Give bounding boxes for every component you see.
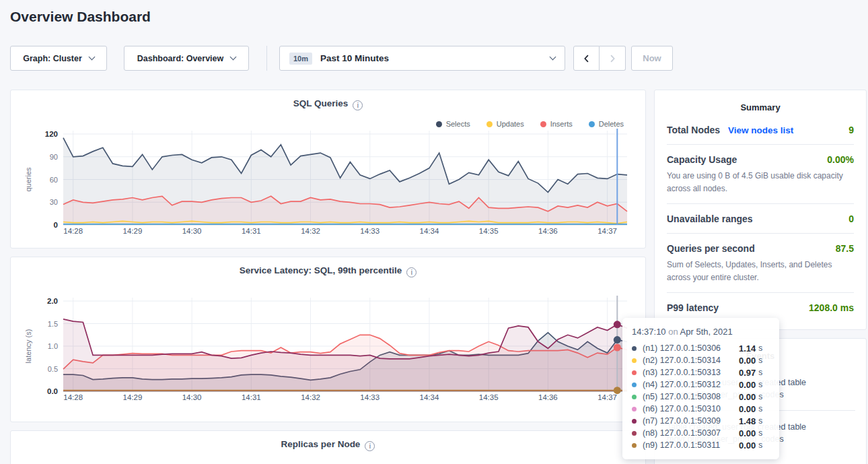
tooltip-node-value: 0.00 — [739, 404, 756, 414]
svg-text:0: 0 — [54, 221, 58, 229]
tooltip-node-label: (n7) 127.0.0.1:50309 — [643, 416, 739, 426]
chevron-down-icon — [88, 54, 95, 61]
summary-row-value: 0 — [848, 213, 854, 224]
graph-dropdown-label: Graph: Cluster — [23, 54, 82, 63]
time-step-buttons — [573, 46, 626, 71]
summary-row-subtext: Sum of Selects, Updates, Inserts, and De… — [667, 259, 854, 284]
summary-row-value: 9 — [848, 125, 854, 135]
service-latency-title: Service Latency: SQL, 99th percentile — [11, 265, 645, 277]
dashboard-dropdown[interactable]: Dashboard: Overview — [124, 46, 249, 71]
sql-queries-chart[interactable]: 14:2814:2914:3014:3114:3214:3314:3414:35… — [11, 125, 647, 241]
service-latency-chart[interactable]: 14:2814:2914:3014:3114:3214:3314:3414:35… — [11, 291, 647, 408]
tooltip-node-label: (n3) 127.0.0.1:50313 — [643, 368, 739, 377]
tooltip-node-value: 1.48 — [739, 416, 756, 426]
summary-row-label: Capacity Usage — [667, 154, 737, 165]
tooltip-row: (n5) 127.0.0.1:503080.00s — [632, 391, 770, 403]
svg-text:1.5: 1.5 — [48, 320, 58, 328]
node-color-dot — [632, 431, 637, 436]
tooltip-node-unit: s — [758, 416, 762, 426]
tooltip-row: (n9) 127.0.0.1:503110.00s — [632, 439, 770, 451]
tooltip-node-value: 0.00 — [739, 356, 756, 366]
tooltip-node-unit: s — [758, 368, 762, 377]
svg-text:14:32: 14:32 — [301, 227, 320, 235]
tooltip-node-label: (n2) 127.0.0.1:50314 — [643, 356, 739, 365]
replicas-per-node-panel: Replicas per Node — [10, 430, 646, 464]
svg-text:60: 60 — [50, 176, 58, 184]
tooltip-timestamp: 14:37:10 on Apr 5th, 2021 — [632, 327, 770, 337]
summary-row-value: 1208.0 ms — [809, 302, 854, 313]
view-nodes-list-link[interactable]: View nodes list — [728, 125, 793, 135]
time-next-button[interactable] — [600, 46, 626, 71]
svg-text:14:36: 14:36 — [538, 227, 558, 235]
chevron-right-icon — [606, 53, 618, 65]
summary-row-label: P99 latency — [667, 302, 719, 313]
tooltip-row: (n6) 127.0.0.1:503100.00s — [632, 403, 770, 415]
svg-text:14:36: 14:36 — [538, 393, 558, 401]
tooltip-node-unit: s — [758, 380, 762, 389]
svg-text:120: 120 — [45, 130, 58, 138]
tooltip-row: (n7) 127.0.0.1:503091.48s — [632, 415, 770, 427]
svg-text:14:31: 14:31 — [242, 227, 261, 235]
tooltip-node-label: (n8) 127.0.0.1:50307 — [643, 428, 739, 438]
graph-dropdown[interactable]: Graph: Cluster — [10, 46, 107, 71]
controls-divider — [266, 46, 267, 71]
svg-text:14:29: 14:29 — [123, 393, 143, 401]
svg-text:14:29: 14:29 — [123, 227, 143, 235]
summary-rows: Total NodesView nodes list9Capacity Usag… — [655, 115, 866, 322]
tooltip-node-value: 0.00 — [739, 428, 756, 438]
svg-text:14:28: 14:28 — [63, 227, 83, 235]
summary-row-subtext: You are using 0 B of 4.5 GiB usable disk… — [667, 170, 854, 195]
tooltip-node-label: (n6) 127.0.0.1:50310 — [643, 404, 739, 413]
info-icon[interactable] — [406, 267, 417, 277]
tooltip-node-label: (n9) 127.0.0.1:50311 — [643, 440, 739, 450]
now-button[interactable]: Now — [631, 46, 673, 71]
tooltip-node-value: 0.00 — [739, 440, 756, 451]
time-range-label: Past 10 Minutes — [320, 53, 389, 63]
tooltip-node-unit: s — [758, 440, 762, 450]
page-title: Overview Dashboard — [10, 9, 151, 25]
tooltip-row: (n3) 127.0.0.1:503130.97s — [632, 366, 770, 378]
tooltip-node-label: (n1) 127.0.0.1:50306 — [643, 343, 739, 353]
svg-text:latency (s): latency (s) — [24, 329, 32, 364]
info-icon[interactable] — [353, 100, 363, 110]
node-color-dot — [632, 370, 637, 375]
tooltip-node-unit: s — [758, 356, 762, 365]
tooltip-node-unit: s — [758, 428, 762, 438]
tooltip-node-label: (n5) 127.0.0.1:50308 — [643, 392, 739, 401]
dashboard-dropdown-label: Dashboard: Overview — [137, 54, 224, 63]
summary-panel: Summary Total NodesView nodes list9Capac… — [654, 90, 867, 330]
svg-text:30: 30 — [50, 198, 58, 206]
tooltip-node-unit: s — [758, 404, 762, 413]
summary-title: Summary — [655, 90, 866, 115]
svg-text:14:35: 14:35 — [479, 227, 499, 235]
tooltip-node-label: (n4) 127.0.0.1:50312 — [643, 380, 739, 389]
svg-text:14:33: 14:33 — [360, 227, 379, 235]
info-icon[interactable] — [365, 441, 375, 451]
sql-queries-title: SQL Queries — [11, 98, 645, 110]
tooltip-node-value: 0.97 — [739, 368, 756, 378]
tooltip-node-unit: s — [758, 392, 762, 401]
summary-row: Total NodesView nodes list9 — [667, 115, 854, 145]
time-prev-button[interactable] — [573, 46, 600, 71]
tooltip-row: (n4) 127.0.0.1:503120.00s — [632, 378, 770, 391]
svg-text:14:35: 14:35 — [479, 393, 499, 401]
tooltip-rows: (n1) 127.0.0.1:503061.14s(n2) 127.0.0.1:… — [632, 342, 770, 451]
node-color-dot — [632, 419, 637, 424]
time-range-selector[interactable]: 10m Past 10 Minutes — [279, 46, 565, 71]
summary-row-label: Queries per second — [667, 243, 755, 254]
svg-text:0.5: 0.5 — [48, 365, 58, 373]
chevron-down-icon — [230, 54, 237, 61]
overview-dashboard-page: Overview Dashboard Graph: Cluster Dashbo… — [0, 0, 868, 464]
summary-row-value: 0.00% — [827, 154, 854, 165]
summary-row-value: 87.5 — [836, 243, 854, 254]
replicas-per-node-title: Replicas per Node — [11, 439, 645, 451]
chevron-left-icon — [581, 53, 593, 65]
svg-text:90: 90 — [50, 153, 58, 161]
svg-text:14:31: 14:31 — [242, 393, 261, 401]
chevron-down-icon — [550, 54, 556, 61]
summary-row: Capacity Usage0.00%You are using 0 B of … — [667, 145, 854, 204]
summary-row: Unavailable ranges0 — [667, 204, 854, 234]
summary-row-label: Total Nodes — [667, 125, 720, 135]
svg-text:14:34: 14:34 — [420, 227, 439, 235]
svg-text:2.0: 2.0 — [47, 297, 58, 305]
